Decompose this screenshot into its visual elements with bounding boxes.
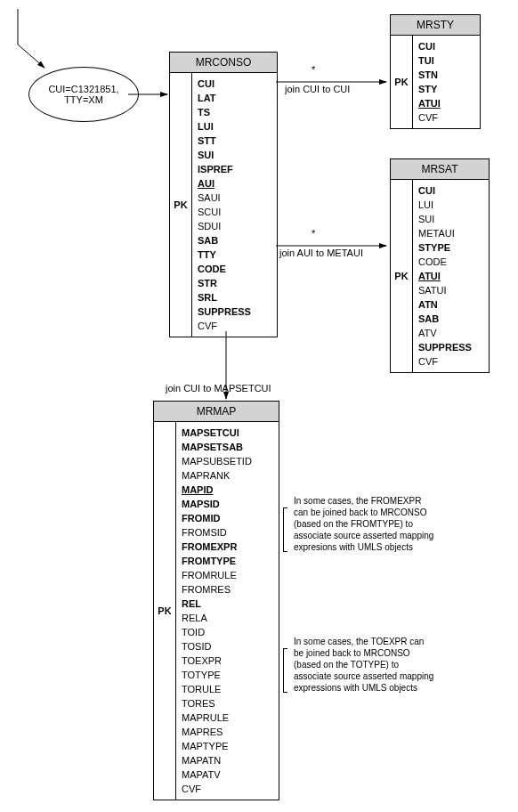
- mrconso-col: SAUI: [198, 191, 271, 205]
- mrconso-columns: CUILATTSLUISTTSUIISPREFAUISAUISCUISDUISA…: [192, 73, 277, 337]
- mrconso-col: SUPPRESS: [198, 304, 271, 319]
- star-1: *: [312, 64, 315, 75]
- mrsat-col: SAB: [418, 312, 483, 326]
- mrsty-pk-label: PK: [391, 36, 413, 128]
- mrmap-col: TOTYPE: [182, 668, 273, 682]
- mrmap-col: TORES: [182, 696, 273, 710]
- note-bar-1: [283, 508, 287, 552]
- mrconso-col: SRL: [198, 290, 271, 304]
- mrmap-col: FROMSID: [182, 525, 273, 540]
- mrsty-col: ATUI: [418, 96, 474, 110]
- mrconso-title: MRCONSO: [170, 53, 277, 73]
- mrmap-col: TOSID: [182, 639, 273, 654]
- filter-ellipse: CUI=C1321851, TTY=XM: [28, 67, 139, 122]
- entry-arrow: [9, 9, 53, 71]
- mrsat-columns: CUILUISUIMETAUISTYPECODEATUISATUIATNSABA…: [413, 180, 489, 372]
- mrmap-pk-label: PK: [154, 422, 176, 800]
- mrconso-col: TTY: [198, 248, 271, 262]
- join-label-cui-cui: join CUI to CUI: [285, 84, 350, 94]
- mrsat-title: MRSAT: [391, 159, 489, 180]
- mrmap-col: FROMRULE: [182, 568, 273, 582]
- mrsty-col: TUI: [418, 53, 474, 68]
- mrmap-col: MAPSUBSETID: [182, 454, 273, 468]
- mrsat-col: CVF: [418, 354, 483, 369]
- mrsat-col: SUPPRESS: [418, 340, 483, 354]
- filter-text: CUI=C1321851, TTY=XM: [48, 84, 118, 105]
- mrconso-pk-label: PK: [170, 73, 192, 337]
- mrconso-col: CUI: [198, 77, 271, 91]
- mrmap-col: REL: [182, 597, 273, 611]
- mrsty-title: MRSTY: [391, 15, 480, 36]
- mrmap-col: MAPRES: [182, 725, 273, 739]
- note-fromexpr: In some cases, the FROMEXPR can be joine…: [294, 495, 436, 553]
- note-toexpr: In some cases, the TOEXPR can be joined …: [294, 636, 436, 694]
- mrmap-col: MAPSETCUI: [182, 426, 273, 440]
- table-mrsty: MRSTYPKCUITUISTNSTYATUICVF: [390, 14, 481, 129]
- table-mrsat: MRSATPKCUILUISUIMETAUISTYPECODEATUISATUI…: [390, 158, 490, 373]
- mrsat-col: STYPE: [418, 240, 483, 255]
- mrsat-col: ATUI: [418, 269, 483, 283]
- mrsat-col: CODE: [418, 255, 483, 269]
- mrmap-col: TOID: [182, 625, 273, 639]
- mrconso-col: SAB: [198, 233, 271, 248]
- table-mrconso: MRCONSOPKCUILATTSLUISTTSUIISPREFAUISAUIS…: [169, 52, 278, 337]
- mrmap-col: MAPATN: [182, 753, 273, 767]
- mrsty-columns: CUITUISTNSTYATUICVF: [413, 36, 480, 128]
- mrmap-col: CVF: [182, 782, 273, 796]
- mrconso-col: AUI: [198, 176, 271, 191]
- mrconso-col: STT: [198, 134, 271, 148]
- mrmap-col: TOEXPR: [182, 654, 273, 668]
- mrconso-col: SCUI: [198, 205, 271, 219]
- mrconso-col: STR: [198, 276, 271, 290]
- mrmap-col: FROMRES: [182, 582, 273, 597]
- mrsat-col: LUI: [418, 198, 483, 212]
- mrmap-col: FROMEXPR: [182, 540, 273, 554]
- note-bar-2: [283, 648, 287, 693]
- mrconso-col: SUI: [198, 148, 271, 162]
- arrow-ellipse-mrconso: [128, 89, 173, 107]
- mrmap-col: MAPSID: [182, 497, 273, 511]
- mrmap-col: RELA: [182, 611, 273, 625]
- mrsat-col: CUI: [418, 183, 483, 198]
- star-2: *: [312, 228, 315, 239]
- mrsat-pk-label: PK: [391, 180, 413, 372]
- table-mrmap: MRMAPPKMAPSETCUIMAPSETSABMAPSUBSETIDMAPR…: [153, 401, 279, 800]
- mrsat-col: ATV: [418, 326, 483, 340]
- mrsat-col: SUI: [418, 212, 483, 226]
- mrsty-col: STN: [418, 68, 474, 82]
- mrmap-col: MAPRULE: [182, 710, 273, 725]
- mrsty-col: STY: [418, 82, 474, 96]
- mrsat-col: ATN: [418, 297, 483, 312]
- mrsty-col: CUI: [418, 39, 474, 53]
- join-label-aui-metaui: join AUI to METAUI: [279, 248, 363, 258]
- mrmap-title: MRMAP: [154, 402, 279, 422]
- mrconso-col: LAT: [198, 91, 271, 105]
- mrconso-col: LUI: [198, 119, 271, 134]
- mrsat-col: SATUI: [418, 283, 483, 297]
- mrmap-col: MAPSETSAB: [182, 440, 273, 454]
- mrconso-col: TS: [198, 105, 271, 119]
- mrsat-col: METAUI: [418, 226, 483, 240]
- mrmap-col: MAPTYPE: [182, 739, 273, 753]
- join-label-cui-mapsetcui: join CUI to MAPSETCUI: [166, 383, 271, 394]
- mrmap-col: FROMTYPE: [182, 554, 273, 568]
- mrconso-col: SDUI: [198, 219, 271, 233]
- mrmap-col: MAPID: [182, 483, 273, 497]
- mrmap-col: MAPRANK: [182, 468, 273, 483]
- mrmap-col: MAPATV: [182, 767, 273, 782]
- mrmap-col: TORULE: [182, 682, 273, 696]
- mrconso-col: CODE: [198, 262, 271, 276]
- mrmap-col: FROMID: [182, 511, 273, 525]
- mrmap-columns: MAPSETCUIMAPSETSABMAPSUBSETIDMAPRANKMAPI…: [176, 422, 279, 800]
- mrsty-col: CVF: [418, 110, 474, 125]
- mrconso-col: ISPREF: [198, 162, 271, 176]
